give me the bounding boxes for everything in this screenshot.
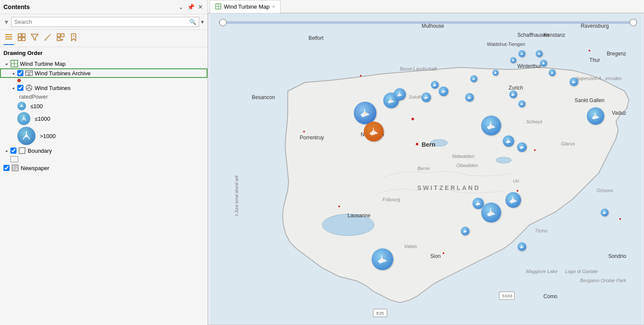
turbine-marker-5[interactable] [421,93,431,102]
rated-power-label: ratedPower [17,93,48,100]
turbine-marker-se2[interactable] [481,203,501,222]
map-dot-bern [416,143,418,145]
map-dot-2 [360,75,362,77]
wind-turbines-archive-label: Wind Turbines Archive [35,70,91,77]
layer-wind-turbines-archive[interactable]: ◂ Wind Turbines Archive [0,68,207,78]
turbine-marker-9[interactable] [470,75,477,82]
turbine-marker-1[interactable] [354,102,376,124]
turbine-marker-c2[interactable] [503,135,514,147]
add-layer-icon[interactable] [55,32,66,45]
search-input-wrapper: 🔍 [11,17,199,27]
wind-turbines-label: Wind Turbines [35,85,71,91]
checkbox-wind-turbines[interactable] [17,85,23,91]
turbine-marker-14[interactable] [540,60,547,67]
legend-turbine-small: ≤100 [0,101,207,111]
checkbox-newspaper[interactable] [3,165,10,171]
bookmark-icon[interactable] [68,32,79,45]
svg-line-26 [29,88,32,89]
boundary-label: Boundary [28,148,52,154]
search-button[interactable]: 🔍 [189,19,196,25]
pin-icon[interactable]: 📌 [186,3,195,11]
legend-turbine-medium: ≤1000 [0,111,207,126]
turbine-marker-16[interactable] [509,90,517,98]
turbine-marker-east-large[interactable] [587,107,604,125]
layer-wind-turbines[interactable]: ◂ Wind Turbines [0,83,207,93]
turbine-marker-17[interactable] [518,100,525,107]
expand-arrow[interactable]: ◂ [3,61,9,66]
turbine-marker-orange[interactable] [364,122,384,142]
svg-line-8 [45,35,49,40]
layer-boundary[interactable]: ◂ Boundary [0,146,207,155]
turbine-marker-15[interactable] [549,69,556,76]
turbine-marker-se3[interactable] [505,192,521,208]
svg-rect-11 [57,34,60,37]
turbine-marker-central[interactable] [481,116,501,135]
turbine-marker-s2[interactable] [518,242,526,251]
search-input[interactable] [14,19,189,25]
svg-line-27 [26,88,29,89]
boundary-symbol-rect [10,156,18,162]
archive-symbol-row [0,78,207,83]
svg-rect-4 [22,34,25,37]
turbine-marker-13[interactable] [536,50,543,57]
boundary-symbol-row [0,155,207,163]
map-dot-1 [411,118,414,120]
minimize-icon[interactable]: ⌄ [178,3,184,11]
turbine-marker-11[interactable] [510,57,516,63]
svg-rect-3 [18,34,21,37]
turbine-marker-8[interactable] [465,93,474,102]
table-view-icon[interactable] [16,32,27,45]
svg-point-51 [496,157,511,163]
turbine-marker-4[interactable] [394,88,406,100]
svg-text:E25: E25 [376,311,384,315]
turbine-marker-south[interactable] [372,248,393,270]
map-dot-5 [338,206,340,207]
filter-icon[interactable]: ▼ [3,19,10,26]
search-dropdown-button[interactable]: ▾ [201,19,204,25]
turbine-marker-7[interactable] [431,81,439,89]
checkbox-wind-turbines-archive[interactable] [17,70,23,76]
expand-arrow-boundary[interactable]: ◂ [3,148,9,153]
turbine-small-icon [19,103,24,109]
legend-large-label: >1000 [40,133,56,139]
sidebar-title: Contents [3,3,30,10]
turbine-marker-10[interactable] [492,70,498,76]
turbine-marker-se1[interactable] [472,198,484,209]
turbine-marker-s1[interactable] [461,227,469,235]
toolbar-row [0,30,207,47]
filter-layers-icon[interactable] [29,32,40,45]
edit-icon[interactable] [42,32,53,45]
map-layer-icon [10,60,18,68]
turbine-medium-icon [20,115,28,122]
map-canvas[interactable]: SS33 E25 Mulhouse Ravensburg Belfort Sch… [208,13,644,325]
expand-arrow-turbines[interactable]: ◂ [10,86,16,90]
turbine-marker-18[interactable] [570,77,578,86]
app-layout: Contents ⌄ 📌 ✕ ▼ 🔍 ▾ [0,0,644,325]
svg-rect-13 [57,38,60,41]
map-dot-7 [589,50,590,51]
checkbox-boundary[interactable] [10,148,16,154]
drawing-order-label: Drawing Order [0,47,207,58]
svg-point-57 [220,19,227,26]
map-dot-8 [619,218,621,220]
turbine-marker-12[interactable] [518,50,525,57]
close-icon[interactable]: ✕ [197,3,204,11]
legend-circle-large [17,127,36,145]
turbine-marker-c3[interactable] [517,142,527,152]
layer-wind-turbine-map[interactable]: ◂ Wind Turbine Map [0,59,207,68]
map-area: Wind Turbine Map × SS [208,0,644,325]
tab-close-button[interactable]: × [272,4,275,9]
list-view-icon[interactable] [3,32,14,45]
map-dot-6 [517,190,518,192]
turbine-marker-far-right[interactable] [601,209,608,216]
layer-newspaper[interactable]: Newspaper [0,163,207,173]
svg-point-23 [28,73,30,75]
map-tab-wind-turbine[interactable]: Wind Turbine Map × [210,0,281,13]
turbine-marker-6[interactable] [439,87,448,96]
svg-rect-12 [61,34,64,37]
archive-layer-icon [25,69,33,77]
expand-arrow-archive[interactable]: ◂ [10,71,16,76]
archive-symbol-dot [17,79,21,82]
map-dot-sion [443,252,444,254]
turbine-large-icon [20,130,32,142]
